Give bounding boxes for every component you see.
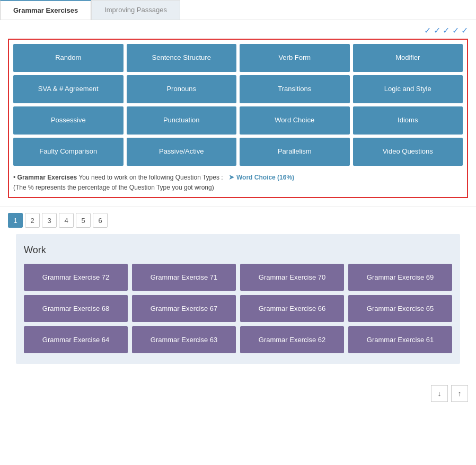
category-punctuation[interactable]: Punctuation: [127, 106, 237, 135]
tab-improving-passages[interactable]: Improving Passages: [91, 0, 180, 20]
category-possessive[interactable]: Possessive: [13, 106, 124, 135]
work-section-wrapper: Work Grammar Exercise 72 Grammar Exercis…: [0, 234, 476, 380]
notice-prefix: •: [13, 174, 17, 181]
exercise-71[interactable]: Grammar Exercise 71: [132, 264, 236, 291]
notice-bold-label: Grammar Exercises: [17, 174, 77, 181]
tabs: Grammar Exercises Improving Passages: [0, 0, 476, 20]
category-verb-form[interactable]: Verb Form: [240, 44, 350, 72]
category-sentence-structure[interactable]: Sentence Structure: [127, 44, 237, 72]
checkmarks: ✓ ✓ ✓ ✓ ✓: [8, 25, 468, 35]
exercise-65[interactable]: Grammar Exercise 65: [348, 295, 452, 322]
exercise-70[interactable]: Grammar Exercise 70: [240, 264, 344, 291]
work-section: Work Grammar Exercise 72 Grammar Exercis…: [16, 234, 460, 364]
tab-grammar-exercises[interactable]: Grammar Exercises: [0, 0, 91, 20]
page-4[interactable]: 4: [59, 213, 74, 228]
bottom-nav: ↓ ↑: [0, 380, 476, 407]
exercise-grid: Grammar Exercise 72 Grammar Exercise 71 …: [24, 264, 452, 353]
page-3[interactable]: 3: [42, 213, 57, 228]
category-grid-border: Random Sentence Structure Verb Form Modi…: [8, 39, 468, 198]
exercise-64[interactable]: Grammar Exercise 64: [24, 326, 128, 353]
exercise-69[interactable]: Grammar Exercise 69: [348, 264, 452, 291]
exercise-66[interactable]: Grammar Exercise 66: [240, 295, 344, 322]
up-arrow-icon: ↑: [458, 389, 462, 398]
notice-text: You need to work on the following Questi…: [78, 174, 223, 181]
exercise-67[interactable]: Grammar Exercise 67: [132, 295, 236, 322]
pagination: 1 2 3 4 5 6: [0, 206, 476, 234]
page-2[interactable]: 2: [25, 213, 40, 228]
page-6[interactable]: 6: [93, 213, 108, 228]
scroll-up-button[interactable]: ↑: [451, 385, 468, 402]
category-parallelism[interactable]: Parallelism: [240, 138, 350, 166]
category-word-choice[interactable]: Word Choice: [240, 106, 350, 135]
notice-sub-text: (The % represents the percentage of the …: [13, 184, 214, 191]
exercise-62[interactable]: Grammar Exercise 62: [240, 326, 344, 353]
page-5[interactable]: 5: [76, 213, 91, 228]
notice: • Grammar Exercises You need to work on …: [13, 171, 463, 193]
category-modifier[interactable]: Modifier: [353, 44, 463, 72]
category-video-questions[interactable]: Video Questions: [353, 138, 463, 166]
page-1[interactable]: 1: [8, 213, 23, 228]
arrow-icon: ➤: [228, 173, 235, 181]
exercise-63[interactable]: Grammar Exercise 63: [132, 326, 236, 353]
work-title: Work: [24, 245, 452, 256]
main-container: Grammar Exercises Improving Passages ✓ ✓…: [0, 0, 476, 465]
category-idioms[interactable]: Idioms: [353, 106, 463, 135]
top-section: ✓ ✓ ✓ ✓ ✓ Random Sentence Structure Verb…: [0, 20, 476, 206]
exercise-72[interactable]: Grammar Exercise 72: [24, 264, 128, 291]
scroll-down-button[interactable]: ↓: [431, 385, 448, 402]
category-grid: Random Sentence Structure Verb Form Modi…: [13, 44, 463, 166]
exercise-61[interactable]: Grammar Exercise 61: [348, 326, 452, 353]
down-arrow-icon: ↓: [438, 389, 442, 398]
word-choice-link[interactable]: Word Choice (16%): [236, 174, 294, 181]
exercise-68[interactable]: Grammar Exercise 68: [24, 295, 128, 322]
category-pronouns[interactable]: Pronouns: [127, 75, 237, 103]
category-logic-and-style[interactable]: Logic and Style: [353, 75, 463, 103]
category-random[interactable]: Random: [13, 44, 124, 72]
category-sva-agreement[interactable]: SVA & # Agreement: [13, 75, 124, 103]
category-transitions[interactable]: Transitions: [240, 75, 350, 103]
category-faulty-comparison[interactable]: Faulty Comparison: [13, 138, 124, 166]
category-passive-active[interactable]: Passive/Active: [127, 138, 237, 166]
